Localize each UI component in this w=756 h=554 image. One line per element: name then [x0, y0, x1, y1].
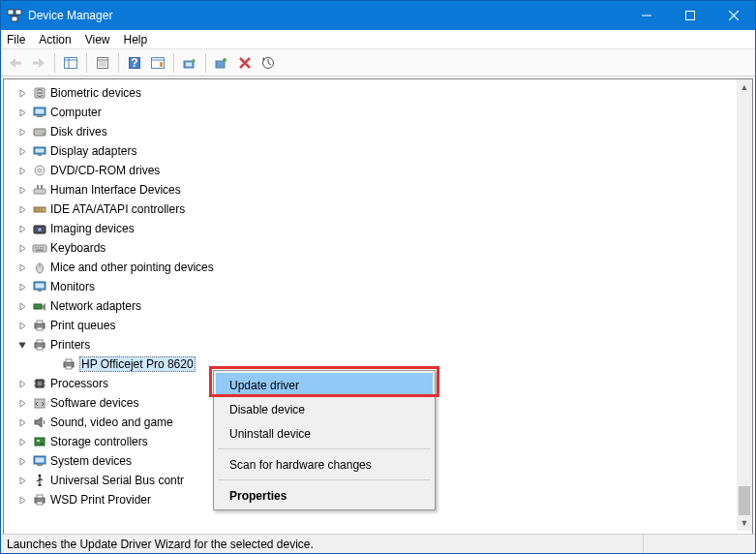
tree-node[interactable]: Network adapters: [4, 296, 752, 316]
chevron-right-icon[interactable]: [15, 299, 29, 313]
tree-node[interactable]: Printers: [4, 335, 752, 354]
scroll-down-arrow[interactable]: ▼: [737, 515, 752, 531]
vertical-scrollbar[interactable]: ▲ ▼: [737, 79, 752, 531]
device-category-icon: [31, 473, 48, 488]
chevron-right-icon[interactable]: [15, 319, 29, 332]
tree-node[interactable]: Mice and other pointing devices: [4, 258, 752, 277]
svg-rect-29: [37, 115, 43, 117]
show-hide-tree-button[interactable]: [60, 52, 81, 74]
tree-node-label: Storage controllers: [50, 435, 148, 448]
chevron-down-icon[interactable]: [15, 338, 29, 352]
tree-node[interactable]: IDE ATA/ATAPI controllers: [4, 200, 752, 219]
disable-device-button[interactable]: [211, 52, 232, 74]
tree-node-label: Sound, video and game: [50, 416, 173, 429]
minimize-button[interactable]: [624, 1, 668, 30]
chevron-right-icon[interactable]: [15, 280, 29, 293]
svg-rect-9: [65, 57, 77, 68]
svg-rect-75: [37, 440, 40, 442]
scroll-thumb[interactable]: [739, 486, 750, 515]
svg-rect-79: [37, 464, 43, 466]
close-button[interactable]: [711, 1, 755, 30]
properties-button[interactable]: [92, 52, 113, 74]
svg-rect-47: [35, 247, 37, 249]
tree-node-label: Print queues: [50, 319, 115, 332]
tree-node[interactable]: Display adapters: [4, 141, 752, 161]
status-text: Launches the Update Driver Wizard for th…: [7, 538, 314, 551]
scan-hardware-button[interactable]: [257, 52, 279, 74]
svg-rect-60: [37, 327, 43, 330]
help-button[interactable]: ?: [124, 52, 145, 74]
chevron-right-icon[interactable]: [15, 222, 29, 235]
chevron-right-icon[interactable]: [15, 183, 29, 197]
context-separator: [218, 448, 431, 449]
chevron-right-icon[interactable]: [15, 125, 29, 138]
tree-node[interactable]: Disk drives: [4, 122, 752, 141]
chevron-right-icon[interactable]: [15, 86, 29, 100]
context-properties[interactable]: Properties: [216, 483, 433, 508]
svg-rect-49: [40, 247, 42, 249]
menu-help[interactable]: Help: [124, 33, 148, 46]
context-disable-device[interactable]: Disable device: [216, 397, 433, 421]
svg-rect-68: [38, 382, 42, 385]
chevron-right-icon[interactable]: [15, 454, 29, 468]
maximize-button[interactable]: [668, 1, 711, 30]
menu-view[interactable]: View: [85, 33, 110, 46]
context-scan-hardware[interactable]: Scan for hardware changes: [216, 452, 433, 477]
svg-rect-65: [66, 359, 72, 362]
tree-node[interactable]: Monitors: [4, 277, 752, 296]
svg-rect-1: [15, 10, 21, 15]
tree-node[interactable]: Computer: [4, 103, 752, 122]
device-icon: [60, 356, 77, 372]
chevron-right-icon[interactable]: [15, 435, 29, 448]
tree-node-label: Mice and other pointing devices: [50, 261, 214, 274]
svg-rect-38: [37, 185, 39, 189]
chevron-right-icon[interactable]: [15, 261, 29, 274]
chevron-right-icon[interactable]: [15, 202, 29, 216]
tree-node-label: Imaging devices: [50, 222, 135, 235]
device-category-icon: [31, 163, 48, 178]
menu-file[interactable]: File: [7, 33, 25, 46]
tree-node-label: Biometric devices: [50, 86, 141, 100]
tree-node[interactable]: Human Interface Devices: [4, 180, 752, 200]
svg-rect-57: [34, 304, 42, 309]
tree-node[interactable]: Keyboards: [4, 238, 752, 258]
device-category-icon: [31, 415, 48, 430]
svg-rect-56: [38, 290, 42, 292]
tree-node-label: System devices: [50, 454, 132, 468]
chevron-right-icon[interactable]: [15, 493, 29, 507]
tree-node[interactable]: DVD/CD-ROM drives: [4, 161, 752, 180]
device-category-icon: [31, 376, 48, 391]
chevron-right-icon[interactable]: [15, 106, 29, 119]
menu-action[interactable]: Action: [39, 33, 71, 46]
tree-node[interactable]: Imaging devices: [4, 219, 752, 238]
svg-point-80: [39, 475, 42, 477]
device-category-icon: [31, 221, 48, 236]
window-title: Device Manager: [28, 9, 624, 22]
device-category-icon: [31, 260, 48, 275]
svg-rect-51: [36, 250, 44, 252]
context-update-driver[interactable]: Update driver: [216, 373, 433, 397]
device-category-icon: [31, 124, 48, 139]
chevron-right-icon[interactable]: [15, 164, 29, 177]
chevron-right-icon[interactable]: [15, 474, 29, 487]
update-driver-button[interactable]: [179, 52, 200, 74]
tree-node-label: DVD/CD-ROM drives: [50, 164, 160, 177]
chevron-right-icon[interactable]: [15, 241, 29, 255]
uninstall-device-button[interactable]: [234, 52, 256, 74]
action-panel-button[interactable]: [147, 52, 168, 74]
tree-node-label: Software devices: [50, 396, 138, 410]
context-uninstall-device[interactable]: Uninstall device: [216, 421, 433, 446]
tree-node-label: Network adapters: [50, 299, 141, 313]
tree-node-label: WSD Print Provider: [50, 493, 151, 507]
svg-rect-34: [38, 154, 42, 156]
svg-rect-50: [43, 247, 45, 249]
chevron-right-icon[interactable]: [15, 396, 29, 410]
device-category-icon: [31, 492, 48, 508]
scroll-up-arrow[interactable]: ▲: [737, 79, 752, 95]
tree-node[interactable]: Print queues: [4, 316, 752, 335]
chevron-right-icon[interactable]: [15, 416, 29, 429]
svg-rect-12: [98, 57, 108, 68]
tree-node[interactable]: Biometric devices: [4, 83, 752, 103]
chevron-right-icon[interactable]: [15, 377, 29, 390]
chevron-right-icon[interactable]: [15, 144, 29, 158]
